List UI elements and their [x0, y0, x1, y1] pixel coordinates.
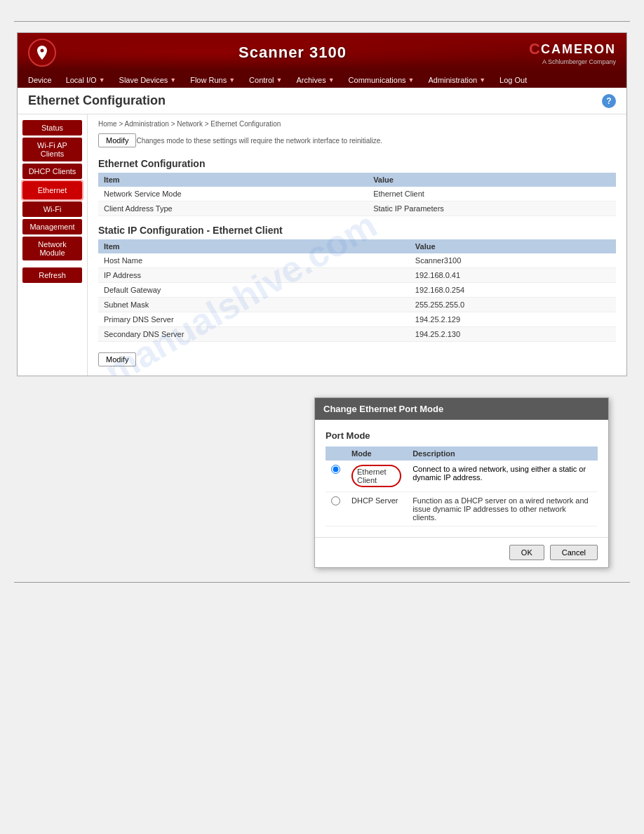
scanner-body: Status Wi-Fi AP Clients DHCP Clients Eth…: [18, 114, 626, 376]
dialog-footer: OK Cancel: [315, 537, 608, 567]
cameron-c-letter: C: [529, 40, 540, 58]
table-row: Host Name Scanner3100: [98, 253, 616, 268]
nav-device[interactable]: Device: [21, 72, 59, 88]
eth-row1-value: Static IP Parameters: [368, 201, 616, 216]
sip-col-value: Value: [410, 239, 616, 253]
static-ip-config-title: Static IP Configuration - Ethernet Clien…: [98, 225, 616, 236]
ethernet-radio[interactable]: [331, 465, 340, 474]
ethernet-radio-cell[interactable]: [326, 461, 346, 492]
sip-col-item: Item: [98, 239, 410, 253]
help-icon[interactable]: ?: [602, 94, 616, 108]
sip-hostname-value: Scanner3100: [410, 253, 616, 268]
sip-hostname-item: Host Name: [98, 253, 410, 268]
sip-gw-value: 192.168.0.254: [410, 283, 616, 298]
scanner-content: Home > Administration > Network > Ethern…: [88, 114, 626, 376]
page-title-bar: Ethernet Configuration ?: [18, 88, 626, 114]
cancel-button[interactable]: Cancel: [550, 545, 598, 560]
page-title: Ethernet Configuration: [28, 93, 166, 108]
eth-row0-value: Ethernet Client: [368, 187, 616, 201]
dhcp-radio[interactable]: [331, 496, 340, 505]
sip-gw-item: Default Gateway: [98, 283, 410, 298]
dialog-section-title: Port Mode: [326, 430, 598, 441]
table-row: Default Gateway 192.168.0.254: [98, 283, 616, 298]
sidebar-btn-status[interactable]: Status: [22, 120, 82, 135]
dialog-col-description: Description: [407, 446, 598, 461]
sip-pdns-value: 194.25.2.129: [410, 312, 616, 327]
ok-button[interactable]: OK: [509, 545, 544, 560]
sip-subnet-value: 255.255.255.0: [410, 298, 616, 312]
scanner-header: Scanner 3100 C CAMERON A Schlumberger Co…: [18, 33, 626, 72]
sidebar-btn-ethernet[interactable]: Ethernet: [22, 181, 82, 199]
dhcp-radio-cell[interactable]: [326, 492, 346, 527]
dhcp-label-cell: DHCP Server: [346, 492, 407, 527]
dialog-body: Port Mode Mode Description: [315, 420, 608, 537]
ethernet-config-table: Item Value Network Service Mode Ethernet…: [98, 173, 616, 216]
scanner-logo: [28, 39, 56, 67]
eth-row1-item: Client Address Type: [98, 201, 368, 216]
nav-communications[interactable]: Communications▼: [342, 72, 422, 88]
nav-local-io[interactable]: Local I/O▼: [59, 72, 112, 88]
dhcp-server-label: DHCP Server: [351, 496, 398, 505]
nav-administration[interactable]: Administration▼: [421, 72, 492, 88]
ethernet-desc-cell: Connect to a wired network, using either…: [407, 461, 598, 492]
bottom-rule: [14, 582, 630, 583]
dialog-col-radio: [326, 446, 346, 461]
table-row: Network Service Mode Ethernet Client: [98, 187, 616, 201]
table-row: IP Address 192.168.0.41: [98, 268, 616, 283]
sip-sdns-item: Secondary DNS Server: [98, 327, 410, 342]
scanner-nav: Device Local I/O▼ Slave Devices▼ Flow Ru…: [18, 72, 626, 88]
sidebar-btn-network-module[interactable]: Network Module: [22, 237, 82, 260]
dialog-area: Change Ethernet Port Mode Port Mode Mode…: [14, 397, 630, 568]
modify-button-bottom[interactable]: Modify: [98, 352, 136, 366]
table-row: Client Address Type Static IP Parameters: [98, 201, 616, 216]
eth-col-value: Value: [368, 173, 616, 187]
dialog-option-ethernet: Ethernet Client Connect to a wired netwo…: [326, 461, 598, 492]
dialog-option-dhcp: DHCP Server Function as a DHCP server on…: [326, 492, 598, 527]
top-rule: [14, 21, 630, 22]
scanner-sidebar: Status Wi-Fi AP Clients DHCP Clients Eth…: [18, 114, 88, 376]
modify-note: Changes mode to these settings will requ…: [136, 137, 382, 145]
scanner-frame: manualshive.com Scanner 3100 C CAMERON A…: [17, 32, 627, 376]
eth-col-item: Item: [98, 173, 368, 187]
static-ip-table: Item Value Host Name Scanner3100 IP Addr…: [98, 239, 616, 342]
table-row: Secondary DNS Server 194.25.2.130: [98, 327, 616, 342]
cameron-brand-text: CAMERON: [541, 42, 616, 57]
dialog-titlebar: Change Ethernet Port Mode: [315, 398, 608, 420]
modify-button-top[interactable]: Modify: [98, 133, 136, 147]
ethernet-label-cell: Ethernet Client: [346, 461, 407, 492]
dialog-table: Mode Description Ethernet Client: [326, 446, 598, 527]
dhcp-desc-cell: Function as a DHCP server on a wired net…: [407, 492, 598, 527]
scanner-title: Scanner 3100: [56, 44, 529, 62]
eth-row0-item: Network Service Mode: [98, 187, 368, 201]
ethernet-client-label: Ethernet Client: [351, 465, 401, 487]
sidebar-btn-dhcp-clients[interactable]: DHCP Clients: [22, 164, 82, 179]
nav-flow-runs[interactable]: Flow Runs▼: [183, 72, 242, 88]
nav-logout[interactable]: Log Out: [492, 72, 534, 88]
ethernet-config-title: Ethernet Configuration: [98, 158, 616, 169]
table-row: Primary DNS Server 194.25.2.129: [98, 312, 616, 327]
nav-control[interactable]: Control▼: [242, 72, 289, 88]
cameron-logo: C CAMERON A Schlumberger Company: [529, 40, 616, 65]
change-ethernet-dialog: Change Ethernet Port Mode Port Mode Mode…: [314, 397, 609, 568]
nav-slave-devices[interactable]: Slave Devices▼: [112, 72, 184, 88]
sidebar-btn-refresh[interactable]: Refresh: [22, 267, 82, 283]
nav-archives[interactable]: Archives▼: [289, 72, 341, 88]
sip-sdns-value: 194.25.2.130: [410, 327, 616, 342]
sidebar-btn-management[interactable]: Management: [22, 219, 82, 234]
table-row: Subnet Mask 255.255.255.0: [98, 298, 616, 312]
sip-subnet-item: Subnet Mask: [98, 298, 410, 312]
sip-ip-value: 192.168.0.41: [410, 268, 616, 283]
sip-pdns-item: Primary DNS Server: [98, 312, 410, 327]
cameron-sub-text: A Schlumberger Company: [542, 58, 616, 65]
breadcrumb: Home > Administration > Network > Ethern…: [98, 120, 616, 128]
sidebar-btn-wifi-ap[interactable]: Wi-Fi AP Clients: [22, 138, 82, 161]
sip-ip-item: IP Address: [98, 268, 410, 283]
dialog-col-mode: Mode: [346, 446, 407, 461]
sidebar-btn-wifi[interactable]: Wi-Fi: [22, 201, 82, 217]
